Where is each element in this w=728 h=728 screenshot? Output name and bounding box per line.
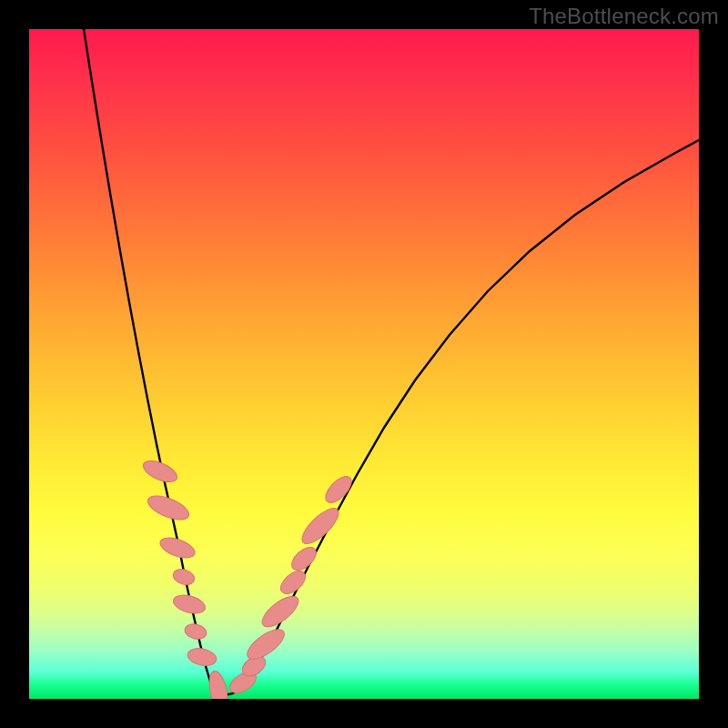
curve-marker bbox=[277, 567, 309, 598]
chart-frame: TheBottleneck.com bbox=[0, 0, 728, 728]
curve-marker bbox=[321, 472, 356, 507]
curve-marker bbox=[186, 646, 217, 668]
curve-marker bbox=[288, 543, 320, 575]
curve-marker bbox=[207, 670, 231, 699]
curve-marker bbox=[258, 591, 303, 632]
plot-area bbox=[29, 29, 699, 699]
curve-markers bbox=[140, 457, 356, 699]
curve-marker bbox=[243, 624, 289, 664]
chart-svg bbox=[29, 29, 699, 699]
watermark-text: TheBottleneck.com bbox=[529, 4, 719, 29]
bottleneck-curve bbox=[84, 29, 699, 695]
curve-marker bbox=[171, 567, 197, 588]
curve-marker bbox=[183, 622, 207, 641]
curve-marker bbox=[171, 592, 207, 616]
